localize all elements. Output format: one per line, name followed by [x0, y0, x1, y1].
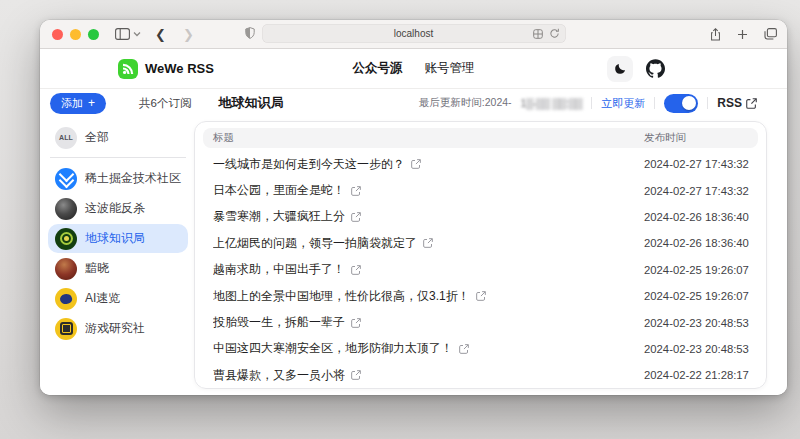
rss-link[interactable]: RSS: [717, 96, 757, 110]
article-time: 2024-02-22 21:28:17: [644, 369, 748, 381]
update-now-button[interactable]: 立即更新: [601, 96, 645, 111]
article-row-8[interactable]: 曹县爆款，又多一员小将 2024-02-22 21:28:17: [203, 362, 758, 388]
nav-item-feeds[interactable]: 公众号源: [353, 60, 403, 77]
article-title[interactable]: 日本公园，里面全是蛇！: [213, 182, 345, 199]
browser-chrome: ❮ ❯ localhost: [40, 20, 787, 49]
article-row-6[interactable]: 投胎毁一生，拆船一辈子 2024-02-23 20:48:53: [203, 309, 758, 335]
sidebar-item-5[interactable]: AI速览: [48, 284, 188, 313]
sidebar-item-3[interactable]: 地球知识局: [48, 224, 188, 253]
article-time: 2024-02-27 17:43:32: [644, 158, 748, 170]
divider: [591, 97, 592, 109]
sidebar-item-label: AI速览: [85, 290, 120, 307]
table-header: 标题 发布时间: [203, 128, 758, 148]
article-row-1[interactable]: 日本公园，里面全是蛇！ 2024-02-27 17:43:32: [203, 177, 758, 203]
sidebar-divider: [50, 157, 186, 158]
article-table-card: 标题 发布时间 一线城市是如何走到今天这一步的？ 2024-02-27 17:4…: [194, 121, 767, 389]
sidebar-item-label: 这波能反杀: [85, 200, 145, 217]
sidebar-item-label: 黯晓: [85, 260, 109, 277]
article-title[interactable]: 上亿烟民的问题，领导一拍脑袋就定了: [213, 235, 417, 252]
external-link-icon[interactable]: [351, 318, 361, 328]
all-badge-text: ALL: [59, 134, 73, 141]
share-icon[interactable]: [710, 28, 721, 41]
article-title[interactable]: 地图上的全景中国地理，性价比很高，仅3.1折！: [213, 288, 470, 305]
main-nav: 公众号源 账号管理: [353, 49, 475, 88]
external-link-icon[interactable]: [423, 238, 433, 248]
external-link-icon[interactable]: [351, 265, 361, 275]
auto-update-toggle[interactable]: [664, 94, 698, 113]
sidebar-item-1[interactable]: 稀土掘金技术社区: [48, 164, 188, 193]
person-avatar-red: [55, 258, 77, 280]
sidebar-item-label: 游戏研究社: [85, 320, 145, 337]
column-header-time: 发布时间: [644, 131, 748, 145]
article-row-7[interactable]: 中国这四大寒潮安全区，地形防御力太顶了！ 2024-02-23 20:48:53: [203, 336, 758, 362]
dark-mode-toggle-button[interactable]: [607, 56, 633, 82]
monkey-avatar: [55, 288, 77, 310]
game-avatar: [55, 318, 77, 340]
external-link-icon[interactable]: [351, 212, 361, 222]
globe-avatar: [55, 228, 77, 250]
close-window-button[interactable]: [52, 29, 63, 40]
external-link-icon[interactable]: [351, 370, 361, 380]
external-link-icon[interactable]: [351, 186, 361, 196]
rss-logo-icon: [118, 59, 138, 79]
add-feed-button[interactable]: 添加 +: [50, 93, 106, 114]
sidebar-item-0[interactable]: ALL 全部: [48, 123, 188, 152]
article-title[interactable]: 越南求助，中国出手了！: [213, 261, 345, 278]
divider: [707, 97, 708, 109]
person-avatar-dark: [55, 198, 77, 220]
article-row-4[interactable]: 越南求助，中国出手了！ 2024-02-25 19:26:07: [203, 257, 758, 283]
article-rows: 一线城市是如何走到今天这一步的？ 2024-02-27 17:43:32 日本公…: [203, 151, 758, 389]
extension-icon[interactable]: [533, 29, 543, 39]
sidebar-toggle-icon[interactable]: [115, 28, 130, 40]
external-link-icon[interactable]: [476, 291, 486, 301]
sidebar-item-2[interactable]: 这波能反杀: [48, 194, 188, 223]
article-title[interactable]: 投胎毁一生，拆船一辈子: [213, 314, 345, 331]
content-area: ALL 全部 稀土掘金技术社区 这波能反杀 地球知识局 黯晓 AI速览 游戏研究…: [40, 117, 787, 395]
article-time: 2024-02-26 18:36:40: [644, 237, 748, 249]
nav-item-accounts[interactable]: 账号管理: [425, 60, 475, 77]
privacy-shield-icon[interactable]: [245, 27, 255, 39]
app-header: WeWe RSS 公众号源 账号管理: [40, 49, 787, 89]
article-title[interactable]: 暴雪寒潮，大疆疯狂上分: [213, 208, 345, 225]
plus-icon: +: [88, 97, 95, 109]
browser-window: ❮ ❯ localhost: [40, 20, 787, 395]
article-title[interactable]: 一线城市是如何走到今天这一步的？: [213, 156, 405, 173]
back-button[interactable]: ❮: [155, 28, 166, 41]
article-row-3[interactable]: 上亿烟民的问题，领导一拍脑袋就定了 2024-02-26 18:36:40: [203, 230, 758, 256]
address-bar[interactable]: localhost: [262, 24, 566, 43]
feed-title: 地球知识局: [218, 94, 283, 112]
article-title[interactable]: 中国这四大寒潮安全区，地形防御力太顶了！: [213, 340, 453, 357]
sidebar-item-4[interactable]: 黯晓: [48, 254, 188, 283]
tab-overview-icon[interactable]: [764, 28, 777, 40]
divider: [654, 97, 655, 109]
chevron-down-icon[interactable]: [133, 31, 141, 37]
all-badge: ALL: [55, 127, 77, 149]
article-time: 2024-02-27 17:43:32: [644, 185, 748, 197]
sidebar-item-label: 稀土掘金技术社区: [85, 170, 181, 187]
article-row-2[interactable]: 暴雪寒潮，大疆疯狂上分 2024-02-26 18:36:40: [203, 204, 758, 230]
external-link-icon[interactable]: [459, 344, 469, 354]
external-link-icon: [746, 98, 757, 109]
rss-label: RSS: [717, 96, 742, 110]
feed-sidebar: ALL 全部 稀土掘金技术社区 这波能反杀 地球知识局 黯晓 AI速览 游戏研究…: [48, 121, 188, 395]
github-link-icon[interactable]: [646, 59, 665, 78]
column-header-title: 标题: [213, 131, 644, 145]
article-row-5[interactable]: 地图上的全景中国地理，性价比很高，仅3.1折！ 2024-02-25 19:26…: [203, 283, 758, 309]
last-update-redacted: 1▒-▒▒ ▒▒:▒▒: [521, 97, 583, 109]
sidebar-item-label: 地球知识局: [85, 230, 145, 247]
minimize-window-button[interactable]: [70, 29, 81, 40]
brand[interactable]: WeWe RSS: [118, 49, 214, 88]
last-update-label: 最后更新时间:2024-: [419, 96, 512, 110]
external-link-icon[interactable]: [411, 159, 421, 169]
address-url[interactable]: localhost: [394, 28, 433, 39]
forward-button[interactable]: ❯: [183, 28, 194, 41]
new-tab-icon[interactable]: [737, 29, 748, 40]
zoom-window-button[interactable]: [88, 29, 99, 40]
article-title[interactable]: 曹县爆款，又多一员小将: [213, 367, 345, 384]
article-row-0[interactable]: 一线城市是如何走到今天这一步的？ 2024-02-27 17:43:32: [203, 151, 758, 177]
sidebar-item-6[interactable]: 游戏研究社: [48, 314, 188, 343]
subscription-count: 共6个订阅: [139, 96, 191, 111]
article-time: 2024-02-25 19:26:07: [644, 290, 748, 302]
app-title: WeWe RSS: [145, 61, 214, 76]
reload-icon[interactable]: [549, 28, 560, 39]
